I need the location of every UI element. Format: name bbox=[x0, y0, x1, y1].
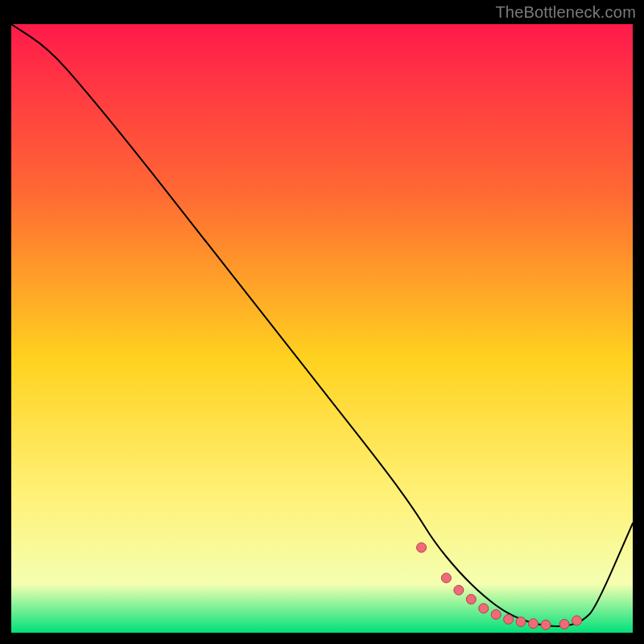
bottleneck-chart bbox=[11, 24, 633, 633]
marker-dot bbox=[466, 594, 476, 604]
marker-dot bbox=[454, 585, 464, 595]
marker-dot bbox=[504, 614, 514, 624]
marker-dot bbox=[417, 543, 427, 552]
marker-dot bbox=[572, 616, 582, 625]
marker-dot bbox=[491, 609, 501, 619]
marker-dot bbox=[516, 617, 526, 626]
marker-dot bbox=[559, 619, 569, 629]
chart-background bbox=[11, 24, 633, 633]
attribution-label: TheBottleneck.com bbox=[495, 3, 636, 22]
marker-dot bbox=[528, 619, 538, 629]
marker-dot bbox=[441, 573, 451, 583]
marker-dot bbox=[479, 604, 489, 613]
marker-dot bbox=[541, 620, 551, 630]
